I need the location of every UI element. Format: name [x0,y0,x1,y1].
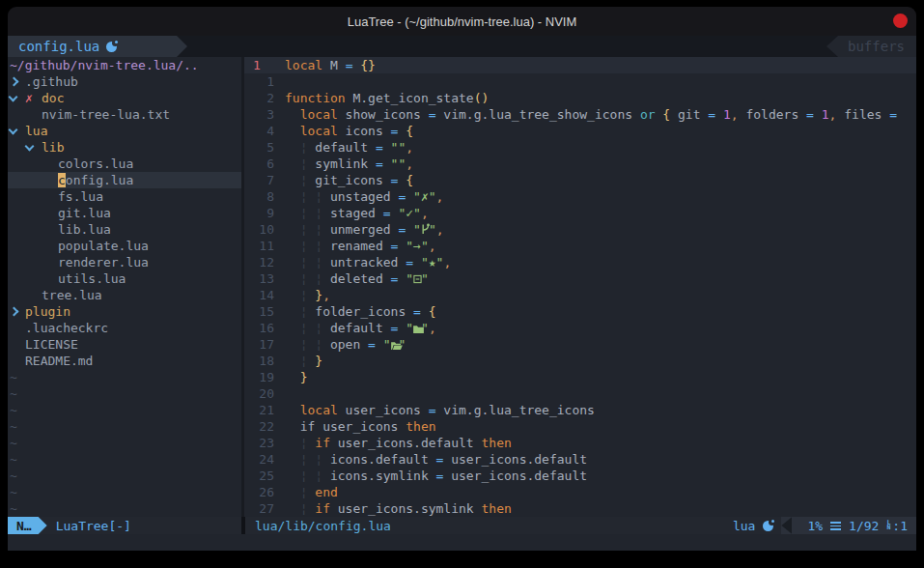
relative-line-number: 15 [244,303,274,320]
code-line[interactable]: 21 local user_icons = vim.g.lua_tree_ico… [244,402,916,418]
code-line[interactable]: 13 ¦ ¦ deleted = "" [244,270,916,287]
code-line[interactable]: 1local M = {} [244,57,916,73]
chevron-right-icon[interactable] [10,78,25,85]
code-token: , [406,156,413,171]
tree-item-nvim-tree-lua-txt[interactable]: nvim-tree-lua.txt [8,106,241,123]
tree-item-label: plugin [25,303,70,320]
tree-item-lib-lua[interactable]: lib.lua [8,221,241,238]
relative-line-number: 22 [244,418,274,435]
code-token [285,140,300,155]
tree-item-lua[interactable]: lua [8,123,241,139]
code-line[interactable]: 8 ¦ ¦ unstaged = "✗", [244,188,916,205]
code-token [285,485,300,499]
code-line[interactable]: 20 [244,385,916,402]
code-token [285,436,300,450]
statusline-tree-window: N… LuaTree[-] [8,517,241,534]
code-token: = [708,107,715,122]
code-line[interactable]: 2function M.get_icon_state() [244,90,916,106]
empty-line-tilde: ~ [8,369,241,385]
close-button[interactable] [893,14,908,28]
code-line[interactable]: 19 } [244,369,916,385]
code-line[interactable]: 10 ¦ ¦ unmerged = "", [244,221,916,238]
code-line[interactable]: 17 ¦ ¦ open = "" [244,336,916,353]
code-line[interactable]: 14 ¦ }, [244,287,916,303]
code-line[interactable]: 16 ¦ ¦ default = "", [244,320,916,336]
tree-item-fs-lua[interactable]: fs.lua [8,188,241,205]
code-token: ¦ [315,271,322,286]
code-line[interactable]: 26 ¦ end [244,484,916,500]
code-token: } [300,370,308,384]
buffers-section[interactable]: buffers [826,36,916,57]
tree-item-doc[interactable]: ✗doc [8,90,241,106]
chevron-down-icon[interactable] [10,96,25,100]
tree-item-utils-lua[interactable]: utils.lua [8,270,241,287]
code-token: , [421,206,429,220]
relative-line-number: 6 [244,156,274,172]
code-line[interactable]: 5 ¦ default = "", [244,139,916,156]
tree-item--luacheckrc[interactable]: .luacheckrc [8,320,241,336]
code-line[interactable]: 15 ¦ folder_icons = { [244,303,916,320]
code-line[interactable]: 22 if user_icons then [244,418,916,435]
code-token: default [322,321,390,335]
tree-item-lib[interactable]: lib [8,139,241,156]
code-line[interactable]: 3 local show_icons = vim.g.lua_tree_show… [244,106,916,123]
code-token: , [429,321,436,335]
tree-item-renderer-lua[interactable]: renderer.lua [8,254,241,270]
code-line[interactable]: 18 ¦ } [244,353,916,369]
code-token: = [413,304,421,319]
code-token: if [315,436,330,450]
tree-cursor: c [58,173,66,187]
tree-root-path[interactable]: ~/github/nvim-tree.lua/.. [8,57,241,73]
tree-item-config-lua[interactable]: config.lua [8,172,241,188]
relative-line-number: 13 [244,270,274,287]
code-line[interactable]: 4 local icons = { [244,123,916,139]
relative-line-number: 1 [244,73,274,90]
code-token [285,469,300,483]
code-line[interactable]: 27 ¦ if user_icons.symlink then [244,500,916,517]
code-token: { [406,173,413,187]
chevron-down-icon[interactable] [10,128,25,133]
code-token: = [376,156,383,171]
code-line[interactable]: 6 ¦ symlink = "", [244,156,916,172]
code-line[interactable]: 23 ¦ if user_icons.default then [244,435,916,451]
code-token: then [482,501,512,516]
code-editor-panel: 1local M = {}12function M.get_icon_state… [244,57,916,517]
code-token: files [836,107,889,122]
folder-open-icon [391,336,399,353]
tree-item-readme-md[interactable]: README.md [8,353,241,369]
code-token [285,354,300,368]
code-token: end [315,485,337,499]
code-line[interactable]: 9 ¦ ¦ staged = "✓", [244,205,916,221]
tree-item-tree-lua[interactable]: tree.lua [8,287,241,303]
tab-config-lua[interactable]: config.lua [8,36,187,57]
code-line[interactable]: 1 [244,73,916,90]
code-token: deleted [322,271,390,286]
chevron-right-icon[interactable] [10,308,25,315]
code-line[interactable]: 11 ¦ ¦ renamed = "→", [244,238,916,254]
code-token: ¦ [315,255,322,270]
code-line[interactable]: 25 ¦ ¦ icons.symlink = user_icons.defaul… [244,468,916,484]
empty-line-tilde: ~ [8,468,241,484]
code-token: } [315,288,322,302]
tree-item--github[interactable]: .github [8,73,241,90]
code-token: { [429,304,436,319]
code-token [285,255,300,270]
code-line[interactable]: 12 ¦ ¦ untracked = "★", [244,254,916,270]
relative-line-number: 18 [244,353,274,369]
code-token: ¦ [315,337,322,352]
tree-item-colors-lua[interactable]: colors.lua [8,156,241,172]
tree-item-git-lua[interactable]: git.lua [8,205,241,221]
code-token: icons [338,124,391,138]
tree-item-license[interactable]: LICENSE [8,336,241,353]
code-line[interactable]: 24 ¦ ¦ icons.default = user_icons.defaul… [244,451,916,468]
chevron-down-icon[interactable] [26,145,42,150]
code-line[interactable]: 7 ¦ git_icons = { [244,172,916,188]
empty-line-tilde: ~ [8,484,241,500]
code-token: or [640,107,656,122]
code-token: icons.default [322,452,435,467]
code-token: "" [391,140,406,155]
tree-item-label: git.lua [58,205,111,221]
tree-item-plugin[interactable]: plugin [8,303,241,320]
command-line[interactable] [8,534,916,551]
tree-item-populate-lua[interactable]: populate.lua [8,238,241,254]
